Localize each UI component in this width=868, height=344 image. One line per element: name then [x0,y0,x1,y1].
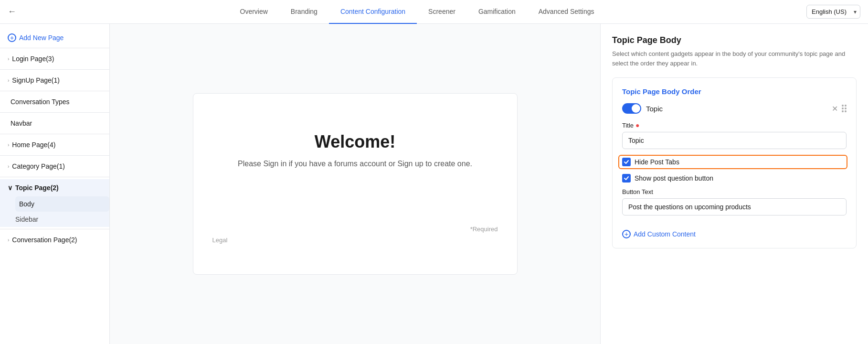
sidebar-sub-item-body[interactable]: Body [15,196,109,212]
sidebar-item-topic-page[interactable]: ∨ Topic Page(2) [0,179,109,196]
right-panel: Topic Page Body Select which content gad… [601,24,868,344]
title-field-label: Title ● [622,121,847,129]
sidebar: + Add New Page › Login Page(3) › SignUp … [0,24,110,344]
language-select-input[interactable]: English (US) [806,5,860,19]
sidebar-item-category-page[interactable]: › Category Page(1) [0,158,109,175]
drag-handle-icon[interactable] [842,105,847,112]
preview-title: Welcome! [212,132,498,152]
add-custom-label: Add Custom Content [634,230,696,238]
chevron-right-icon-4: › [8,164,9,169]
show-post-question-row[interactable]: Show post question button [622,174,847,183]
sidebar-divider-6 [0,155,109,156]
topic-actions: ✕ [832,104,847,113]
language-selector[interactable]: English (US) [806,5,860,19]
tab-advanced-settings[interactable]: Advanced Settings [527,0,606,24]
sidebar-item-conversation-types[interactable]: Conversation Types [0,93,109,110]
tab-overview[interactable]: Overview [229,0,279,24]
add-page-label: Add New Page [19,34,64,42]
order-card-title: Topic Page Body Order [622,87,847,96]
hide-post-tabs-row[interactable]: Hide Post Tabs [619,156,847,168]
close-icon[interactable]: ✕ [832,104,838,113]
top-nav: ← Overview Branding Content Configuratio… [0,0,868,24]
button-text-label: Button Text [622,188,847,195]
toggle-knob [632,104,640,113]
tab-content-config[interactable]: Content Configuration [329,0,417,24]
topic-page-section: ∨ Topic Page(2) Body Sidebar [0,179,109,227]
tab-screener[interactable]: Screener [417,0,467,24]
sidebar-item-home-page[interactable]: › Home Page(4) [0,136,109,153]
nav-tabs: Overview Branding Content Configuration … [28,0,806,24]
sidebar-divider-7 [0,177,109,177]
preview-legal: Legal [212,236,498,244]
sidebar-divider-3 [0,91,109,91]
sidebar-item-label-5: Home Page(4) [12,141,55,149]
panel-description: Select which content gadgets appear in t… [612,49,857,68]
chevron-right-icon-3: › [8,142,9,148]
preview-area: Welcome! Please Sign in if you have a fo… [110,24,601,344]
plus-circle-icon-2: + [622,230,631,238]
sidebar-item-label-2: SignUp Page(1) [12,76,60,84]
preview-subtitle: Please Sign in if you have a forums acco… [212,160,498,168]
sidebar-item-label-8: Conversation Page(2) [12,236,77,244]
preview-card: Welcome! Please Sign in if you have a fo… [193,93,518,275]
topic-toggle-row: Topic ✕ [622,103,847,114]
title-input[interactable] [622,132,847,149]
show-post-question-label: Show post question button [635,174,713,182]
hide-post-tabs-checkbox[interactable] [622,158,631,166]
sidebar-divider-8 [0,229,109,229]
plus-circle-icon: + [8,33,16,42]
order-card: Topic Page Body Order Topic ✕ [612,77,857,248]
preview-required: *Required [212,226,498,233]
sidebar-item-label-4: Navbar [11,119,32,127]
panel-title: Topic Page Body [612,35,857,45]
sidebar-item-navbar[interactable]: Navbar [0,115,109,132]
sidebar-divider-4 [0,112,109,113]
topic-toggle-label: Topic [646,105,827,113]
chevron-down-icon: ∨ [8,184,12,192]
tab-gamification[interactable]: Gamification [467,0,527,24]
sidebar-item-label-7: Topic Page(2) [15,184,59,192]
sidebar-divider-5 [0,134,109,134]
sidebar-item-label-3: Conversation Types [11,98,69,106]
back-button[interactable]: ← [8,7,16,17]
main-content: + Add New Page › Login Page(3) › SignUp … [0,24,868,344]
sidebar-item-label: Login Page(3) [12,55,54,63]
required-indicator: ● [635,121,639,129]
hide-post-tabs-label: Hide Post Tabs [635,158,679,166]
sidebar-item-label-6: Category Page(1) [12,162,65,170]
sidebar-item-login-page[interactable]: › Login Page(3) [0,50,109,67]
tab-branding[interactable]: Branding [279,0,329,24]
sidebar-sub-item-sidebar[interactable]: Sidebar [15,212,109,227]
sidebar-item-signup-page[interactable]: › SignUp Page(1) [0,72,109,89]
chevron-right-icon-2: › [8,78,9,83]
chevron-right-icon: › [8,56,9,62]
sidebar-divider-2 [0,69,109,70]
button-text-input[interactable] [622,198,847,215]
topic-toggle[interactable] [622,103,641,114]
chevron-right-icon-5: › [8,237,9,243]
add-new-page-button[interactable]: + Add New Page [0,30,109,46]
sidebar-divider [0,48,109,48]
show-post-question-checkbox[interactable] [622,174,631,183]
topic-page-sub-items: Body Sidebar [0,196,109,227]
add-custom-content-button[interactable]: + Add Custom Content [622,230,847,238]
sidebar-item-conversation-page[interactable]: › Conversation Page(2) [0,231,109,248]
